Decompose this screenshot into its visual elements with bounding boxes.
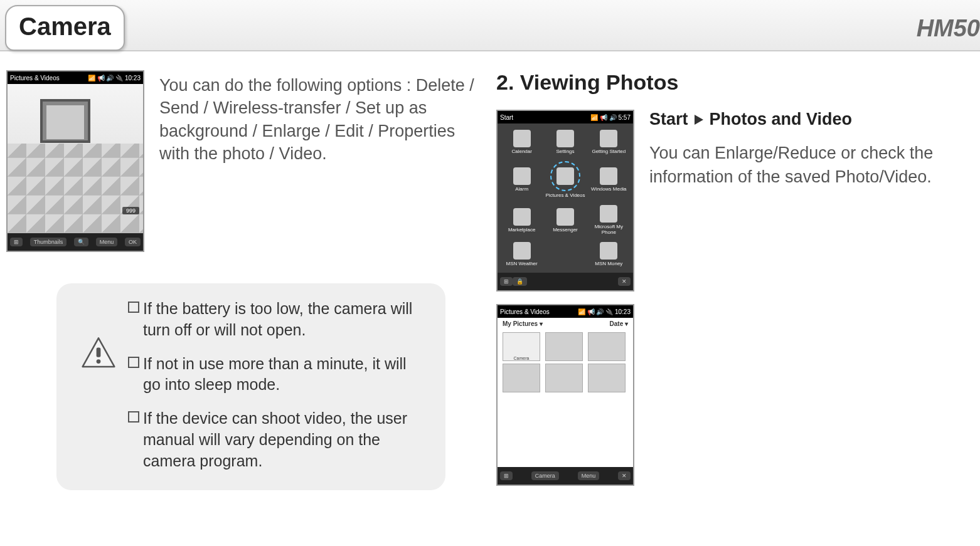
note-item: If the device can shoot video, the user … — [128, 408, 427, 471]
photo-image: 999 — [8, 84, 143, 233]
breadcrumb-part: Start — [649, 110, 688, 129]
weather-icon — [513, 242, 531, 260]
marketplace-icon — [513, 208, 531, 226]
close-icon[interactable]: ✕ — [618, 277, 631, 286]
menu-button[interactable]: Menu — [96, 238, 118, 246]
start-icon[interactable]: ⊞ — [500, 471, 513, 480]
start-app[interactable]: Messenger — [545, 203, 585, 238]
media-icon — [600, 167, 617, 185]
options-description: You can do the following options : Delet… — [159, 70, 484, 252]
photo-thumbnail[interactable] — [588, 332, 626, 361]
gallery-screenshot: Pictures & Videos 📶 📢 🔊 🔌 10:23 My Pictu… — [496, 304, 634, 486]
close-icon[interactable]: ✕ — [618, 471, 631, 480]
start-app[interactable]: Calendar — [501, 127, 542, 156]
messenger-icon — [557, 208, 574, 226]
preview-status: 📶 📢 🔊 🔌 10:23 — [88, 75, 141, 81]
note-item: If the battery is too low, the camera wi… — [128, 298, 427, 341]
start-grid: Calendar Settings Getting Started Alarm … — [498, 123, 633, 273]
menu-button[interactable]: Menu — [578, 471, 600, 480]
note-text: If the battery is too low, the camera wi… — [143, 298, 427, 341]
folder-dropdown[interactable]: My Pictures — [503, 320, 543, 327]
app-label: Messenger — [553, 227, 578, 233]
start-icon[interactable]: ⊞ — [500, 277, 513, 286]
viewing-description: You can Enlarge/Reduce or check the info… — [649, 142, 974, 189]
checkbox-icon — [128, 357, 139, 368]
app-label: Alarm — [515, 186, 528, 192]
caution-box: If the battery is too low, the camera wi… — [56, 283, 445, 490]
sort-dropdown[interactable]: Date — [610, 320, 628, 327]
right-column: 2. Viewing Photos Start 📶 📢 🔊 5:57 Calen… — [496, 70, 974, 496]
gallery-bottombar: ⊞ Camera Menu ✕ — [498, 467, 633, 485]
start-titlebar: Start 📶 📢 🔊 5:57 — [498, 111, 633, 123]
photo-thumbnail[interactable] — [588, 364, 626, 392]
app-label: Calendar — [511, 149, 531, 154]
right-text-block: Start Photos and Video You can Enlarge/R… — [649, 110, 974, 486]
myphone-icon — [600, 205, 617, 223]
start-app[interactable]: Alarm — [501, 159, 542, 200]
chevron-right-icon — [695, 115, 703, 125]
gallery-title: Pictures & Videos — [500, 308, 550, 315]
start-bottombar: ⊞ 🔒 ✕ — [498, 273, 633, 290]
app-label: Marketplace — [508, 227, 536, 233]
photo-thumbnail[interactable] — [545, 364, 583, 392]
start-menu-screenshot: Start 📶 📢 🔊 5:57 Calendar Settings Getti… — [496, 110, 634, 291]
gallery-titlebar: Pictures & Videos 📶 📢 🔊 🔌 10:23 — [498, 305, 633, 318]
checkbox-icon — [128, 302, 139, 313]
page-header: Camera HM50 — [0, 0, 980, 51]
start-title: Start — [500, 114, 513, 121]
start-app[interactable]: Windows Media — [589, 159, 629, 200]
screenshot-stack: Start 📶 📢 🔊 5:57 Calendar Settings Getti… — [496, 110, 634, 486]
clock-icon — [513, 167, 531, 185]
photo-thumbnail[interactable] — [545, 332, 583, 361]
start-status: 📶 📢 🔊 5:57 — [590, 114, 631, 121]
gallery-body: My Pictures Date Camera — [498, 318, 633, 467]
section-tab: Camera — [5, 5, 125, 51]
zoom-icon[interactable]: 🔍 — [74, 238, 88, 246]
start-app[interactable]: Marketplace — [501, 203, 542, 238]
preview-titlebar: Pictures & Videos 📶 📢 🔊 🔌 10:23 — [8, 71, 143, 84]
notes-list: If the battery is too low, the camera wi… — [128, 298, 427, 471]
breadcrumb: Start Photos and Video — [649, 110, 974, 129]
steps-graphic — [8, 144, 143, 233]
app-label: MSN Money — [595, 261, 622, 266]
photo-badge: 999 — [122, 207, 139, 214]
checkbox-icon — [128, 411, 139, 423]
note-text: If not in use more than a minute, it wil… — [143, 354, 427, 396]
svg-point-2 — [97, 359, 101, 364]
start-app[interactable]: Settings — [545, 127, 585, 156]
gear-icon — [557, 130, 574, 147]
start-app-highlighted[interactable]: Pictures & Videos — [545, 159, 585, 200]
gallery-status: 📶 📢 🔊 🔌 10:23 — [578, 308, 631, 315]
preview-title: Pictures & Videos — [10, 75, 60, 81]
app-label: Microsoft My Phone — [589, 224, 629, 235]
start-app[interactable]: Microsoft My Phone — [589, 203, 629, 238]
thumbnail-grid: Camera — [498, 330, 633, 395]
start-icon[interactable]: ⊞ — [10, 238, 23, 246]
camera-thumbnail[interactable]: Camera — [503, 332, 540, 361]
photo-preview-screenshot: Pictures & Videos 📶 📢 🔊 🔌 10:23 999 ⊞ Th… — [6, 70, 144, 252]
note-text: If the device can shoot video, the user … — [143, 408, 427, 471]
start-app[interactable]: MSN Weather — [501, 240, 542, 269]
preview-body: 999 — [8, 84, 143, 233]
lock-icon[interactable]: 🔒 — [513, 277, 527, 286]
start-app[interactable]: Getting Started — [589, 127, 629, 156]
start-app[interactable]: MSN Money — [589, 240, 629, 269]
app-label: Windows Media — [591, 186, 626, 192]
highlight-circle-icon — [550, 161, 580, 191]
camera-button[interactable]: Camera — [531, 471, 559, 480]
svg-rect-1 — [97, 348, 101, 357]
preview-bottombar: ⊞ Thumbnails 🔍 Menu OK — [8, 233, 143, 251]
app-label: Getting Started — [592, 149, 626, 154]
section-heading: 2. Viewing Photos — [496, 70, 974, 95]
money-icon — [600, 242, 617, 260]
start-app — [545, 240, 585, 269]
app-label: MSN Weather — [506, 261, 538, 266]
thumbnails-button[interactable]: Thumbnails — [30, 238, 67, 246]
photo-thumbnail[interactable] — [503, 364, 540, 392]
page-content: Pictures & Videos 📶 📢 🔊 🔌 10:23 999 ⊞ Th… — [0, 51, 980, 503]
warning-icon — [82, 336, 115, 370]
ok-button[interactable]: OK — [125, 238, 141, 246]
app-label: Pictures & Videos — [545, 192, 585, 198]
pictures-icon — [557, 167, 574, 185]
flag-icon — [600, 130, 617, 147]
